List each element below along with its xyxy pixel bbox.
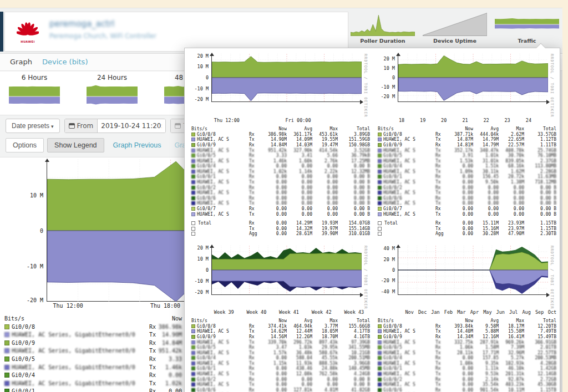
device-uptime-link[interactable]: Device Uptime (422, 13, 488, 44)
graph-previous-button[interactable]: Graph Previous (109, 139, 166, 152)
time-range-thumbnail[interactable]: 6 Hours (9, 74, 60, 113)
date-presets-button[interactable]: Date presets▾ (6, 119, 60, 133)
series-color-swatch (378, 324, 382, 328)
legend-header: Bits/sNowAvgMaxTotal (378, 318, 556, 324)
legend-row: HUAWEI, AC STx0.000.000.000.00 B (191, 190, 370, 196)
series-color-swatch (378, 351, 382, 355)
legend-row: Gi0/0/5Rx3.471.03k29.95k341.55MB (191, 345, 370, 350)
traffic-graph-image[interactable] (211, 54, 362, 102)
series-color-swatch (191, 180, 195, 184)
legend-row: Gi0/0/8Rx387.71k444.04k2.62M33.57GB (378, 132, 556, 138)
show-legend-button[interactable]: Show Legend (47, 138, 104, 152)
legend-row: Gi0/0/6Rx0.000.000.000.00 B (191, 196, 370, 201)
calendar-icon (175, 123, 181, 129)
legend-row: HUAWEI, AC STx0.000.000.000.00 B (191, 180, 370, 185)
legend-total-checkbox[interactable] (191, 227, 195, 231)
series-color-swatch (4, 332, 9, 337)
series-color-swatch (191, 133, 195, 136)
legend-total-checkbox[interactable] (191, 232, 195, 236)
legend-total-checkbox[interactable] (378, 221, 382, 225)
legend-row: Gi0/0/2Rx0.000.000.000.00 B (378, 185, 556, 191)
series-color-swatch (4, 381, 9, 386)
series-color-swatch (378, 143, 382, 147)
series-color-swatch (191, 196, 195, 200)
legend-row: HUAWEI, AC STx0.0012.08k762.58k4.24GB (191, 371, 370, 377)
legend-total-checkbox[interactable] (378, 227, 382, 231)
from-addon: From (65, 119, 98, 133)
device-description: Peremoga Church, WiFi Controller (49, 32, 156, 40)
time-range-thumbnail[interactable]: 24 Hours (87, 74, 138, 113)
legend-total-row: Tx0.0014.32M19.97M155.14GB (191, 226, 370, 232)
series-color-swatch (4, 389, 9, 392)
traffic-graph-image[interactable] (211, 246, 362, 295)
legend-row: HUAWEI, AC STx14.90M14.09M19.55M151.59GB (191, 137, 370, 142)
legend-row: HUAWEI, AC STx0.0035.54k403.23k45.30GB (378, 382, 556, 388)
series-color-swatch (191, 335, 195, 339)
series-color-swatch (378, 383, 382, 386)
device-name: peremoga_actrl (49, 19, 114, 29)
rrdtool-watermark: RRDTOOL / TOBI OETIKER (550, 246, 554, 309)
series-color-swatch (4, 324, 9, 329)
traffic-link[interactable]: Traffic (494, 13, 560, 44)
legend-row: Gi0/0/4Rx0.001.51k68.16k113.80MB (378, 164, 556, 169)
series-color-swatch (378, 388, 382, 392)
series-color-swatch (378, 372, 382, 376)
series-color-swatch (378, 164, 382, 168)
series-color-swatch (191, 164, 195, 168)
from-date-input[interactable] (98, 119, 165, 133)
graph-legend: Bits/sNowAvgMaxTotalGi0/0/8Rx386.98k361.… (191, 126, 370, 237)
legend-row: HUAWEI, AC STx14.87M14.79M22.65M1.12TB (378, 137, 556, 142)
tab-graph[interactable]: Graph (10, 58, 32, 66)
series-color-swatch (191, 383, 195, 386)
series-color-swatch (191, 329, 195, 333)
huawei-brand-text: HUAWEI (15, 40, 40, 43)
series-color-swatch (378, 133, 382, 136)
legend-row: HUAWEI, AC Series, GigabitEthernet0/0Tx1… (4, 364, 182, 372)
legend-total-checkbox[interactable] (378, 232, 382, 236)
x-axis-labels: 18192021222324 (399, 118, 557, 124)
traffic-graph-image[interactable] (398, 246, 548, 295)
graph-legend: Bits/sNowAvgMaxTotalGi0/0/8Rx374.41k464.… (191, 318, 370, 392)
legend-row: Gi0/0/5Rx3.33 (4, 355, 182, 364)
legend-row: Gi0/0/4Rx0.00 (4, 371, 182, 380)
series-color-swatch (191, 175, 195, 179)
y-axis-labels: 20 M10 M0-10 M-20 M (190, 246, 211, 294)
series-color-swatch (191, 149, 195, 152)
options-button[interactable]: Options (6, 138, 44, 152)
traffic-graph-image[interactable] (398, 54, 548, 102)
series-color-swatch (378, 196, 382, 200)
legend-header: Bits/sNowAvgMaxTotal (191, 318, 370, 324)
legend-row: Gi0/0/4Rx0.000.000.000.00 B (191, 164, 370, 169)
series-color-swatch (191, 170, 195, 174)
series-color-swatch (378, 175, 382, 179)
legend-row: HUAWEI, AC STx1.46k1.60k2.76k17.25MB (191, 159, 370, 164)
series-color-swatch (191, 154, 195, 157)
series-color-swatch (378, 138, 382, 141)
rrd-graph-panel: 40 M20 M0-20 M-40 M RRDTOOL / TOBI OETIK… (377, 246, 557, 392)
thumbnail-label: 6 Hours (9, 74, 60, 82)
huawei-flower-icon (17, 18, 39, 38)
legend-row: HUAWEI, AC STx0.009.50k1.38M718.12MB (378, 180, 556, 185)
rrd-graph-panel: 20 M10 M0-10 M-20 M RRDTOOL / TOBI OETIK… (190, 54, 371, 237)
poller-duration-link[interactable]: Poller Duration (349, 13, 416, 44)
series-color-swatch (378, 191, 382, 195)
legend-row: Gi0/0/9Rx14.84M14.03M19.47M150.98GB (191, 142, 370, 148)
legend-row: Gi0/0/7Rx0.000.000.000.00 B (191, 206, 370, 212)
series-color-swatch (191, 351, 195, 355)
series-color-swatch (4, 348, 9, 353)
legend-row: HUAWEI, AC STx14.62M12.44M18.05M4.17TB (191, 329, 370, 334)
series-color-swatch (378, 154, 382, 157)
series-color-swatch (191, 191, 195, 195)
rrdtool-watermark: RRDTOOL / TOBI OETIKER (363, 246, 368, 309)
tab-device-bits[interactable]: Device (bits) (42, 58, 88, 66)
graph-legend: Bits/sNowAvgMaxTotalGi0/0/8Rx393.84k9.58… (378, 318, 556, 392)
rrdtool-watermark: RRDTOOL / TOBI OETIKER (550, 54, 554, 118)
legend-row: HUAWEI, AC STx1.02k1.14k2.22k12.32MB (191, 169, 370, 175)
legend-row: Gi0/0/4Rx0.00588.0445.55k200.51MB (191, 355, 370, 361)
legend-row: HUAWEI, AC STx1.57k36.48k580.67k10.21GB (191, 350, 370, 356)
legend-row: Gi0/0/6Rx0.00901.54k10.11M1.15TB (378, 388, 556, 392)
rrdtool-watermark: RRDTOOL / TOBI OETIKER (363, 54, 368, 118)
from-date-group: From (64, 119, 166, 133)
legend-total-checkbox[interactable] (191, 221, 195, 225)
series-color-swatch (191, 356, 195, 360)
